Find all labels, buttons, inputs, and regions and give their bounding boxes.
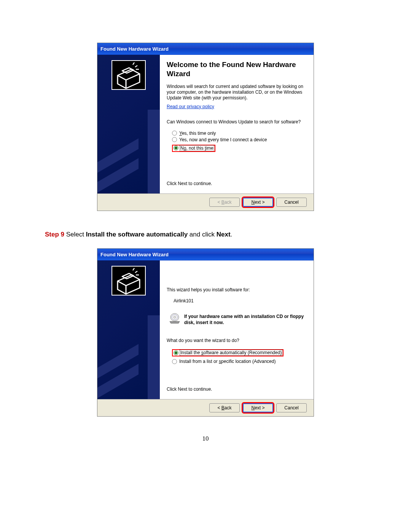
window-title: Found New Hardware Wizard <box>100 46 169 52</box>
step-label: Step 9 <box>45 231 64 238</box>
install-device-icon <box>112 266 146 296</box>
page-number: 10 <box>34 435 377 443</box>
device-name: Airlink101 <box>174 298 306 304</box>
continue-text: Click Next to continue. <box>167 387 306 392</box>
radio-yes-once[interactable] <box>172 131 177 136</box>
continue-text: Click Next to continue. <box>167 181 306 187</box>
install-device-icon <box>112 60 146 90</box>
svg-point-2 <box>174 316 176 318</box>
back-button: < Back <box>209 198 240 207</box>
radio-group-install: Install the software automatically (Reco… <box>172 348 306 365</box>
cancel-button[interactable]: Cancel <box>276 198 307 207</box>
radio-advanced[interactable] <box>172 359 177 364</box>
titlebar[interactable]: Found New Hardware Wizard <box>97 43 314 55</box>
titlebar[interactable]: Found New Hardware Wizard <box>97 249 314 260</box>
cd-icon <box>169 313 180 324</box>
cd-hint: If your hardware came with an installati… <box>169 313 306 326</box>
next-button[interactable]: Next > <box>243 198 273 207</box>
wizard-1: Found New Hardware Wizard <box>97 43 314 211</box>
wizard-para: This wizard helps you install software f… <box>167 287 306 293</box>
wizard-footer: < Back Next > Cancel <box>97 399 314 416</box>
radio-label[interactable]: Yes, this time only <box>179 131 216 136</box>
wizard-footer: < Back Next > Cancel <box>97 193 314 211</box>
wizard-sidebar <box>97 260 160 399</box>
wizard-para: Windows will search for current and upda… <box>167 84 306 101</box>
window-title: Found New Hardware Wizard <box>100 252 169 257</box>
radio-no[interactable] <box>174 145 178 150</box>
radio-auto[interactable] <box>174 350 178 355</box>
radio-label[interactable]: Install from a list or specific location… <box>179 359 276 364</box>
step-instruction: Step 9 Select Install the software autom… <box>45 231 377 238</box>
back-button[interactable]: < Back <box>209 403 240 412</box>
wizard-question: What do you want the wizard to do? <box>167 338 306 343</box>
wizard-heading: Welcome to the Found New Hardware Wizard <box>167 60 306 78</box>
privacy-link[interactable]: Read our privacy policy <box>167 104 306 109</box>
wizard-question: Can Windows connect to Windows Update to… <box>167 119 306 125</box>
radio-label[interactable]: Install the software automatically (Reco… <box>180 350 282 355</box>
cd-hint-text: If your hardware came with an installati… <box>184 313 306 326</box>
cancel-button[interactable]: Cancel <box>276 403 307 412</box>
wizard-2: Found New Hardware Wizard <box>97 248 314 417</box>
radio-group-update: Yes, this time only Yes, now and every t… <box>172 129 306 153</box>
radio-label[interactable]: Yes, now and every time I connect a devi… <box>179 137 267 142</box>
next-button[interactable]: Next > <box>243 403 273 412</box>
radio-label[interactable]: No, not this time <box>180 145 214 151</box>
radio-yes-always[interactable] <box>172 137 177 142</box>
wizard-sidebar <box>97 55 160 193</box>
